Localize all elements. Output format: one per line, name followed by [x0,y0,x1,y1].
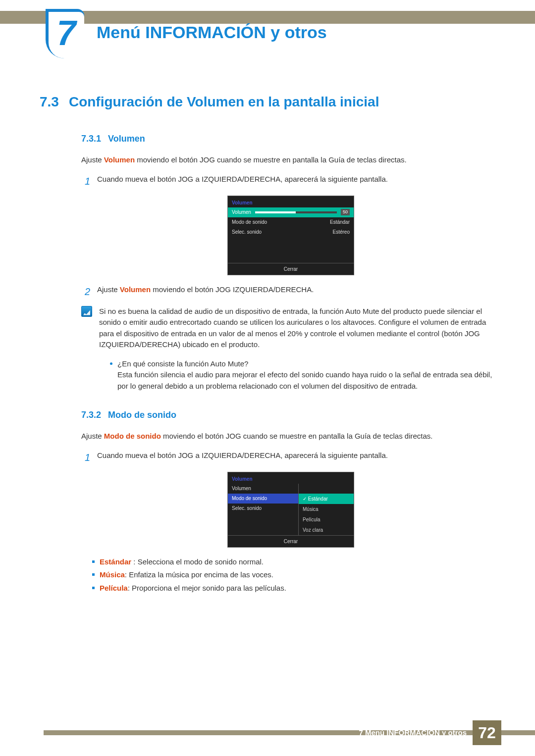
footer-chapter-label: 7 Menú INFORMACIÓN y otros [359,727,473,739]
subsection-number: 7.3.1 [81,132,101,146]
osd-row: Selec. sonido [228,504,298,513]
chapter-number: 7 [57,7,76,59]
osd-row: Volumen [228,484,298,494]
step-text: Ajuste Volumen moviendo el botón JOG IZQ… [97,284,500,296]
section-number: 7.3 [40,92,59,112]
osd-soundmode-screenshot: Volumen Volumen Modo de sonido Selec. so… [227,472,354,548]
subsection-title: Volumen [108,132,145,146]
step-text: Cuando mueva el botón JOG a IZQUIERDA/DE… [97,174,500,185]
page-number: 72 [473,720,501,745]
osd-option: Música [299,504,354,514]
paragraph: Ajuste Modo de sonido moviendo el botón … [81,431,500,442]
subsection-number: 7.3.2 [81,408,101,422]
osd-submenu: Estándar Música Película Voz clara [298,484,354,535]
subsection-title: Modo de sonido [108,408,176,422]
osd-row-soundselect: Selec. sonido Estéreo [228,227,354,237]
osd-volume-screenshot: Volumen Volumen 50 Modo de sonido Estánd… [227,196,354,275]
step-number: 2 [81,284,90,299]
osd-option-selected: Estándar [299,494,354,504]
osd-close: Cerrar [228,535,354,547]
osd-option: Película [299,514,354,525]
osd-row-selected: Modo de sonido [228,494,298,504]
osd-title: Volumen [228,472,354,484]
note-icon [81,306,92,317]
osd-row-soundmode: Modo de sonido Estándar [228,217,354,227]
step-number: 1 [81,174,90,189]
osd-row-volume: Volumen 50 [228,207,354,217]
bullet-icon [110,362,112,365]
section-title: Configuración de Volumen en la pantalla … [69,92,379,112]
note-body: Si no es buena la calidad de audio de un… [99,306,500,394]
osd-option: Voz clara [299,525,354,535]
step-number: 1 [81,450,90,465]
bullet-icon [92,587,95,589]
paragraph: Ajuste Volumen moviendo el botón JOG cua… [81,154,500,166]
chapter-tab: 7 [46,9,84,58]
bullet-icon [92,560,95,563]
osd-close: Cerrar [228,263,354,275]
step-text: Cuando mueva el botón JOG a IZQUIERDA/DE… [97,450,500,461]
bullet-icon [92,573,95,576]
chapter-title: Menú INFORMACIÓN y otros [97,20,327,45]
page-footer: 7 Menú INFORMACIÓN y otros 72 [0,720,535,745]
osd-title: Volumen [228,196,354,207]
